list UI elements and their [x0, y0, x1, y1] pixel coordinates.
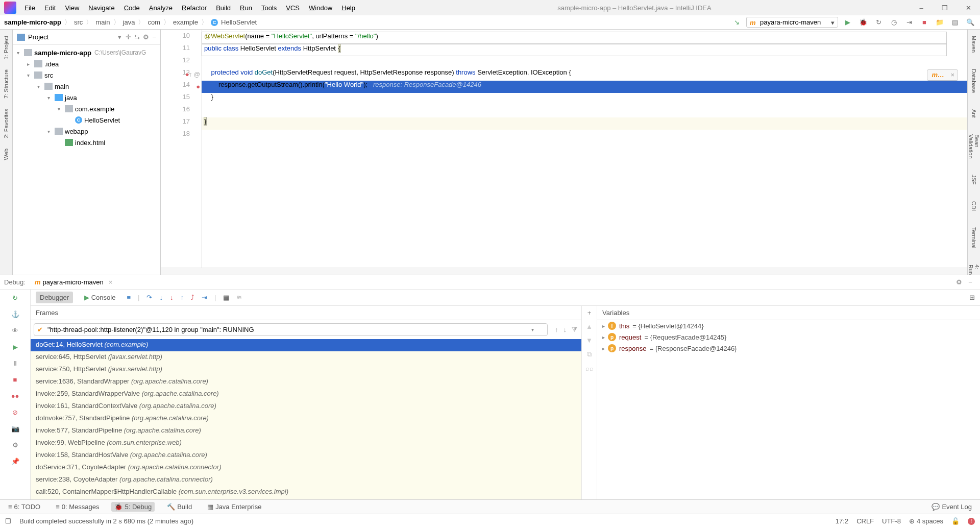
- run-icon[interactable]: ▶: [842, 17, 853, 28]
- up-icon[interactable]: ▲: [586, 323, 593, 330]
- thread-selector[interactable]: "http-thread-pool::http-listener(2)"@11,…: [34, 323, 548, 336]
- tree-node[interactable]: CHelloServlet: [13, 114, 160, 126]
- resume-icon[interactable]: ▶: [10, 342, 20, 352]
- trace-icon[interactable]: ≋: [236, 294, 242, 301]
- toolwindow-button[interactable]: 7: Structure: [3, 67, 9, 101]
- step-into-icon[interactable]: ↓: [159, 294, 163, 301]
- menu-run[interactable]: Run: [236, 2, 256, 14]
- breadcrumb-item[interactable]: example: [173, 18, 198, 26]
- stack-frame[interactable]: service:238, CoyoteAdapter (org.apache.c…: [31, 474, 581, 486]
- line-separator[interactable]: CRLF: [856, 517, 874, 525]
- menu-file[interactable]: File: [20, 2, 39, 14]
- close-button[interactable]: ✕: [957, 0, 980, 15]
- menu-window[interactable]: Window: [305, 2, 336, 14]
- toolwindow-button[interactable]: JSF: [971, 173, 977, 187]
- menu-edit[interactable]: Edit: [40, 2, 60, 14]
- inline-hint-popup[interactable]: m…×: [927, 69, 958, 81]
- indent-info[interactable]: ⊕ 4 spaces: [909, 517, 943, 525]
- pin-icon[interactable]: 📌: [10, 456, 20, 466]
- variable-row[interactable]: ▸prequest = {RequestFacade@14245}: [597, 331, 980, 343]
- mute-breakpoints-icon[interactable]: ⊘: [10, 407, 20, 417]
- collapse-icon[interactable]: ⇆: [134, 33, 140, 41]
- messages-toolwindow-button[interactable]: ≡0: Messages: [53, 502, 102, 512]
- menu-navigate[interactable]: Navigate: [84, 2, 118, 14]
- menu-view[interactable]: View: [61, 2, 83, 14]
- stack-frame[interactable]: invoke:99, WebPipeline (com.sun.enterpri…: [31, 437, 581, 449]
- toolwindow-button[interactable]: CDI: [971, 199, 977, 213]
- breadcrumb-item[interactable]: main: [95, 18, 110, 26]
- stack-frame[interactable]: invoke:259, StandardWrapperValve (org.ap…: [31, 388, 581, 400]
- variable-row[interactable]: ▸fthis = {HelloServlet@14244}: [597, 320, 980, 331]
- debug-toolwindow-button[interactable]: 🐞5: Debug: [111, 502, 155, 512]
- open-icon[interactable]: 📁: [934, 17, 945, 28]
- tree-root[interactable]: ▾sample-micro-appC:\Users\jGauravG: [13, 47, 160, 58]
- breadcrumb-item[interactable]: java: [123, 18, 135, 26]
- breakpoints-icon[interactable]: ●●: [10, 391, 20, 401]
- todo-toolwindow-button[interactable]: ≡6: TODO: [5, 502, 43, 512]
- menu-build[interactable]: Build: [212, 2, 235, 14]
- layout-icon[interactable]: ⊞: [969, 294, 975, 301]
- project-view-title[interactable]: Project: [28, 33, 118, 41]
- minimize-button[interactable]: –: [910, 0, 933, 15]
- drop-frame-icon[interactable]: ⤴: [191, 294, 194, 301]
- stack-frame[interactable]: invoke:158, StandardHostValve (org.apach…: [31, 449, 581, 462]
- variables-list[interactable]: ▸fthis = {HelloServlet@14244}▸prequest =…: [597, 320, 980, 354]
- debug-icon[interactable]: 🐞: [857, 17, 869, 28]
- stack-frame[interactable]: doGet:14, HelloServlet (com.example): [31, 339, 581, 351]
- project-tree[interactable]: ▾sample-micro-appC:\Users\jGauravG▸.idea…: [13, 45, 160, 150]
- menu-tools[interactable]: Tools: [257, 2, 281, 14]
- rerun-icon[interactable]: ↻: [10, 293, 20, 303]
- toolwindow-button[interactable]: Terminal: [971, 225, 977, 251]
- stack-frame[interactable]: service:645, HttpServlet (javax.servlet.…: [31, 351, 581, 364]
- console-tab[interactable]: ▶ Console: [80, 292, 119, 303]
- evaluate-icon[interactable]: ▦: [223, 294, 229, 301]
- javaee-toolwindow-button[interactable]: ▦Java Enterprise: [204, 502, 264, 512]
- copy-icon[interactable]: ⧉: [587, 350, 592, 358]
- prev-frame-icon[interactable]: ↑: [555, 326, 558, 334]
- tree-node[interactable]: ▾java: [13, 92, 160, 103]
- close-icon[interactable]: ×: [950, 71, 954, 79]
- step-out-icon[interactable]: ↑: [180, 294, 184, 301]
- menu-help[interactable]: Help: [337, 2, 359, 14]
- filter-icon[interactable]: ⧩: [572, 326, 577, 334]
- tree-node[interactable]: index.html: [13, 137, 160, 148]
- add-watch-icon[interactable]: +: [587, 309, 592, 317]
- menu-code[interactable]: Code: [120, 2, 144, 14]
- run-config-dropdown[interactable]: payara-micro-maven: [746, 17, 838, 28]
- modify-run-icon[interactable]: ⚓: [10, 309, 20, 319]
- tree-node[interactable]: ▾main: [13, 81, 160, 92]
- toolwindow-button[interactable]: 2: Favorites: [3, 107, 9, 140]
- breadcrumb-item[interactable]: sample-micro-app: [4, 18, 61, 26]
- menu-refactor[interactable]: Refactor: [178, 2, 211, 14]
- stack-frame[interactable]: service:750, HttpServlet (javax.servlet.…: [31, 364, 581, 376]
- maximize-button[interactable]: ❐: [933, 0, 957, 15]
- settings-icon[interactable]: ⚙: [10, 440, 20, 450]
- stack-frame[interactable]: service:1636, StandardWrapper (org.apach…: [31, 376, 581, 388]
- build-icon[interactable]: ↘: [731, 17, 742, 28]
- settings-icon[interactable]: ⚙: [143, 33, 149, 41]
- stop-icon[interactable]: ■: [10, 374, 20, 385]
- frames-list[interactable]: doGet:14, HelloServlet (com.example)serv…: [31, 339, 581, 499]
- variable-row[interactable]: ▸presponse = {ResponseFacade@14246}: [597, 343, 980, 354]
- view-breakpoints-icon[interactable]: 👁: [10, 325, 20, 335]
- tree-node[interactable]: ▾com.example: [13, 103, 160, 114]
- menu-analyze[interactable]: Analyze: [145, 2, 177, 14]
- stack-frame[interactable]: call:520, ContainerMapper$HttpHandlerCal…: [31, 486, 581, 498]
- search-everywhere-icon[interactable]: 🔍: [965, 17, 976, 28]
- toolwindow-button[interactable]: Bean Validation: [968, 132, 980, 161]
- hide-icon[interactable]: −: [152, 33, 156, 41]
- editor-horizontal-scrollbar[interactable]: [161, 268, 967, 275]
- tree-node[interactable]: ▾src: [13, 69, 160, 81]
- breadcrumb-item[interactable]: com: [148, 18, 160, 26]
- menu-vcs[interactable]: VCS: [282, 2, 304, 14]
- next-frame-icon[interactable]: ↓: [564, 326, 567, 334]
- down-icon[interactable]: ▼: [586, 337, 593, 344]
- toolwindow-button[interactable]: 1: Project: [3, 34, 9, 61]
- force-step-into-icon[interactable]: ↓: [170, 294, 174, 301]
- breadcrumb-item[interactable]: HelloServlet: [221, 18, 257, 26]
- status-indicator-icon[interactable]: ☐: [5, 517, 11, 525]
- stack-frame[interactable]: doService:371, CoyoteAdapter (org.apache…: [31, 462, 581, 474]
- toolwindow-button[interactable]: Database: [971, 67, 977, 95]
- stop-icon[interactable]: ■: [919, 17, 930, 28]
- close-icon[interactable]: ×: [109, 278, 113, 286]
